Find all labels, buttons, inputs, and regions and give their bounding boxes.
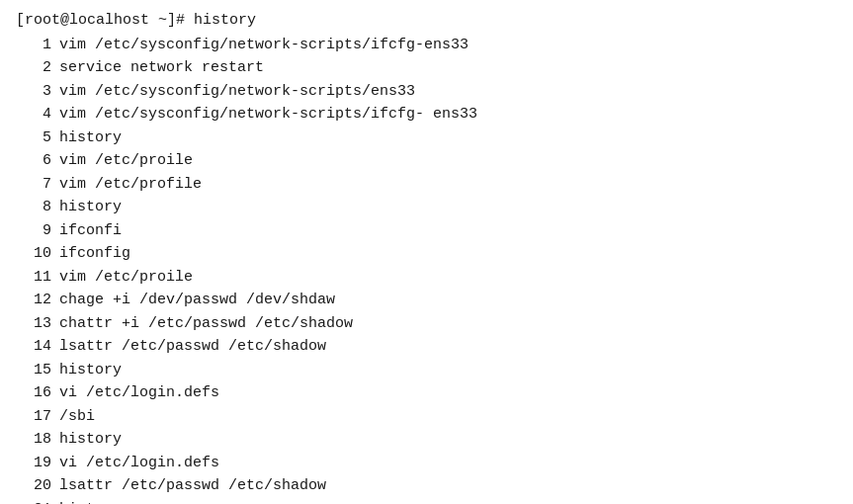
history-line: 3vim /etc/sysconfig/network-scripts/ens3… <box>16 81 837 104</box>
line-number: 9 <box>16 220 51 243</box>
history-line: 7vim /etc/profile <box>16 174 837 197</box>
history-line: 5history <box>16 127 837 150</box>
line-number: 12 <box>16 290 51 312</box>
line-command: vim /etc/sysconfig/network-scripts/ifcfg… <box>59 104 477 126</box>
history-line: 2service network restart <box>16 57 837 80</box>
line-command: history <box>59 360 122 382</box>
history-line: 11vim /etc/proile <box>16 267 837 290</box>
line-command: lsattr /etc/passwd /etc/shadow <box>59 336 326 359</box>
history-line: 1vim /etc/sysconfig/network-scripts/ifcf… <box>16 35 837 57</box>
line-command: lsattr /etc/passwd /etc/shadow <box>59 475 326 498</box>
line-number: 10 <box>16 243 51 266</box>
history-line: 9ifconfi <box>16 220 837 243</box>
line-number: 5 <box>16 127 51 150</box>
line-command: /sbi <box>59 406 95 429</box>
line-command: chattr +i /etc/passwd /etc/shadow <box>59 313 353 336</box>
history-line: 6vim /etc/proile <box>16 150 837 173</box>
history-line: 19vi /etc/login.defs <box>16 453 837 475</box>
line-command: chage +i /dev/passwd /dev/shdaw <box>59 290 335 312</box>
line-command: service network restart <box>59 57 264 80</box>
history-line: 16vi /etc/login.defs <box>16 382 837 405</box>
line-number: 15 <box>16 360 51 382</box>
line-command: vim /etc/proile <box>59 150 193 173</box>
line-number: 13 <box>16 313 51 336</box>
line-number: 21 <box>16 499 51 505</box>
line-number: 8 <box>16 197 51 219</box>
history-line: 21history <box>16 499 837 505</box>
line-command: vim /etc/sysconfig/network-scripts/ifcfg… <box>59 35 469 57</box>
history-line: 18history <box>16 429 837 452</box>
line-command: vi /etc/login.defs <box>59 453 219 475</box>
history-line: 4vim /etc/sysconfig/network-scripts/ifcf… <box>16 104 837 126</box>
line-number: 7 <box>16 174 51 197</box>
line-command: history <box>59 499 122 505</box>
history-line: 12chage +i /dev/passwd /dev/shdaw <box>16 290 837 312</box>
line-number: 1 <box>16 35 51 57</box>
line-command: vim /etc/proile <box>59 267 193 290</box>
line-number: 16 <box>16 382 51 405</box>
line-command: vi /etc/login.defs <box>59 382 219 405</box>
line-command: history <box>59 127 122 150</box>
history-line: 14lsattr /etc/passwd /etc/shadow <box>16 336 837 359</box>
line-number: 18 <box>16 429 51 452</box>
line-number: 6 <box>16 150 51 173</box>
line-number: 17 <box>16 406 51 429</box>
history-line: 13chattr +i /etc/passwd /etc/shadow <box>16 313 837 336</box>
history-line: 8history <box>16 197 837 219</box>
line-command: vim /etc/sysconfig/network-scripts/ens33 <box>59 81 415 104</box>
history-line: 15history <box>16 360 837 382</box>
line-command: vim /etc/profile <box>59 174 202 197</box>
line-number: 2 <box>16 57 51 80</box>
line-number: 4 <box>16 104 51 126</box>
history-line: 20lsattr /etc/passwd /etc/shadow <box>16 475 837 498</box>
terminal-window: [root@localhost ~]# history 1vim /etc/sy… <box>0 0 853 504</box>
line-number: 14 <box>16 336 51 359</box>
history-line: 17/sbi <box>16 406 837 429</box>
line-number: 11 <box>16 267 51 290</box>
history-line: 10ifconfig <box>16 243 837 266</box>
line-number: 19 <box>16 453 51 475</box>
line-command: history <box>59 197 122 219</box>
line-command: history <box>59 429 122 452</box>
line-command: ifconfi <box>59 220 122 243</box>
prompt-line: [root@localhost ~]# history <box>16 10 837 33</box>
history-list: 1vim /etc/sysconfig/network-scripts/ifcf… <box>16 35 837 505</box>
line-command: ifconfig <box>59 243 130 266</box>
line-number: 3 <box>16 81 51 104</box>
line-number: 20 <box>16 475 51 498</box>
